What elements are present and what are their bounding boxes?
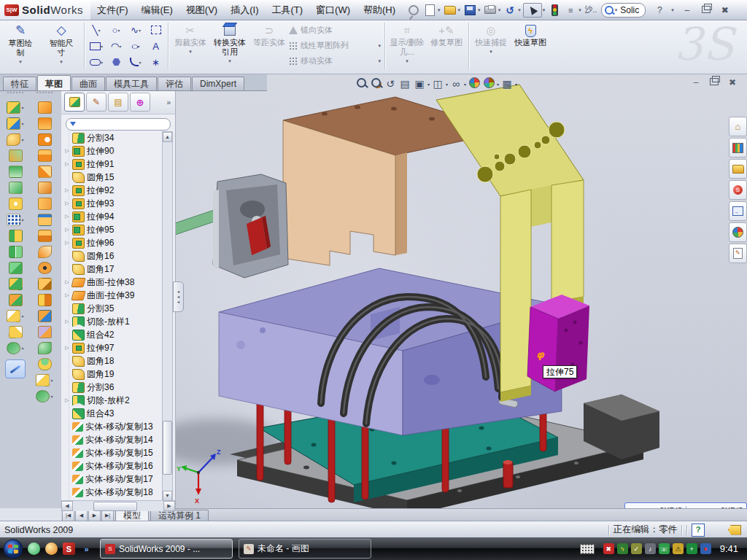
tree-vertical-scrollbar[interactable]: ▲ ▼ [162, 131, 173, 502]
quick-snaps-button[interactable]: ◎ 快速捕捉 ▾ [471, 20, 511, 73]
first-tab-button[interactable]: |◀ [62, 510, 74, 521]
tree-item[interactable]: ▷拉伸91 [61, 158, 162, 171]
dropdown-arrow-icon[interactable]: ▾ [21, 105, 23, 110]
search-input[interactable]: Solic [620, 5, 639, 15]
fillet-icon[interactable]: ▾ [7, 133, 23, 146]
feature-manager-tab[interactable] [64, 93, 85, 112]
point-icon[interactable]: ∗ [146, 54, 166, 70]
chevron-down-icon[interactable]: ▾ [60, 59, 63, 65]
chevron-down-icon[interactable]: ▾ [101, 60, 103, 65]
linear-pattern-icon[interactable]: ▾ [7, 213, 23, 226]
chevron-down-icon[interactable]: ▾ [578, 7, 581, 13]
tree-item[interactable]: 实体-移动/复制15 [61, 446, 162, 459]
design-library-icon[interactable] [729, 138, 747, 158]
display-style-icon[interactable]: ◫ [431, 78, 444, 90]
combine-bodies-icon[interactable] [9, 277, 23, 290]
tree-item[interactable]: ▷拉伸97 [61, 341, 162, 354]
sketch-fillet-icon[interactable]: ▾ [126, 54, 146, 70]
flatten-surface-icon[interactable] [38, 101, 52, 114]
tab-模具工具[interactable]: 模具工具 [106, 77, 157, 90]
menu-item[interactable]: 插入(I) [224, 1, 265, 20]
selection-box-icon[interactable] [146, 22, 166, 38]
menu-item[interactable]: 编辑(E) [135, 1, 179, 20]
chevron-down-icon[interactable]: ▾ [101, 44, 103, 49]
chevron-down-icon[interactable]: ▾ [119, 44, 121, 49]
offset-entities-button[interactable]: ⊃ 等距实体 [249, 20, 289, 73]
chevron-down-icon[interactable]: ▾ [19, 59, 22, 65]
menu-item[interactable]: 工具(T) [265, 1, 309, 20]
ellipse-icon[interactable]: ○▾ [126, 38, 146, 54]
tree-item[interactable]: 分割35 [61, 302, 162, 315]
core-icon[interactable] [38, 309, 52, 322]
chevron-down-icon[interactable]: ▾ [464, 82, 466, 87]
tree-item[interactable]: 组合43 [61, 407, 162, 420]
chevron-down-icon[interactable]: ▾ [543, 7, 546, 13]
cavity-icon[interactable] [38, 325, 52, 338]
expand-arrow-icon[interactable]: ▷ [64, 161, 70, 167]
solidworks-launcher-icon[interactable]: S [63, 542, 75, 555]
open-folder-icon[interactable] [443, 4, 457, 17]
security-shield-icon[interactable]: ϟ [617, 543, 628, 554]
menu-item[interactable]: 视图(V) [179, 1, 224, 20]
scroll-right-icon[interactable]: ▶ [163, 501, 175, 511]
expand-arrow-icon[interactable]: ▷ [64, 227, 70, 233]
polygon-icon[interactable] [107, 54, 126, 70]
move-copy-body-icon[interactable] [9, 293, 23, 306]
expand-arrow-icon[interactable]: ▷ [64, 214, 70, 219]
mold-fillet-icon[interactable] [38, 341, 52, 354]
tree-item[interactable]: ▷切除-放样2 [61, 394, 162, 407]
text-icon[interactable]: A [146, 38, 166, 54]
messenger-icon[interactable] [28, 542, 40, 555]
custom-properties-icon[interactable] [729, 244, 747, 263]
tree-filter-input[interactable] [66, 118, 171, 131]
chevron-down-icon[interactable]: ▾ [615, 7, 618, 13]
section-view-icon[interactable]: ▤ [398, 78, 411, 90]
scroll-left-icon[interactable]: ◀ [61, 501, 73, 511]
linear-sketch-pattern-button[interactable]: 线性草图阵列 ▾ [289, 38, 382, 53]
rectangle-icon[interactable]: ▾ [87, 38, 107, 54]
wireless-warning-icon[interactable]: ⚠ [673, 543, 684, 554]
thicken-icon[interactable] [38, 229, 52, 242]
arc-icon[interactable]: ◠▾ [107, 38, 126, 54]
appearances-scenes-icon[interactable] [729, 222, 747, 242]
close-button[interactable]: ✖ [719, 5, 732, 15]
scroll-down-icon[interactable]: ▼ [163, 491, 172, 501]
expand-arrow-icon[interactable]: ▷ [64, 292, 70, 298]
panel-splitter-handle[interactable]: ◂◂◂ [173, 281, 184, 312]
spline-icon[interactable]: ∿▾ [126, 22, 146, 38]
keyboard-icon[interactable] [580, 544, 595, 554]
property-manager-tab[interactable]: ✎ [86, 93, 107, 112]
tree-item[interactable]: 实体-移动/复制14 [61, 433, 162, 446]
extruded-boss-icon[interactable]: ▾ [7, 101, 23, 114]
file-explorer-icon[interactable] [729, 159, 747, 179]
expand-arrow-icon[interactable]: ▷ [64, 345, 70, 351]
expand-arrow-icon[interactable]: ▷ [64, 240, 70, 246]
browser-icon[interactable] [45, 542, 58, 555]
shut-off-surface-icon[interactable] [38, 261, 52, 274]
minimize-button[interactable]: – [681, 5, 694, 15]
split-body-icon[interactable] [9, 261, 23, 274]
helix-curve-icon[interactable]: ▾ [7, 341, 23, 354]
display-delete-relations-button[interactable]: ⌗ 显示/删除几... ▾ [387, 20, 427, 73]
solidworks-resources-icon[interactable]: ⌂ [729, 117, 747, 136]
chevron-down-icon[interactable]: ▾ [518, 7, 521, 13]
taskbar-button[interactable]: ✎未命名 - 画图 [239, 539, 371, 559]
previous-view-icon[interactable]: ↺ [384, 78, 397, 90]
parting-surface-icon[interactable] [38, 277, 52, 290]
print-icon[interactable] [483, 4, 498, 17]
start-button[interactable] [3, 539, 23, 559]
update-badge-icon[interactable]: ✓ [631, 543, 642, 554]
prev-tab-button[interactable]: ◀ [75, 510, 88, 521]
taskbar-button[interactable]: SSolidWorks 2009 - ... [100, 539, 233, 559]
planar-surface-icon[interactable] [38, 197, 52, 210]
hole-wizard-icon[interactable] [9, 197, 23, 210]
defender-plus-icon[interactable]: + [686, 543, 697, 554]
view-settings-icon[interactable]: ▦ [500, 78, 514, 90]
help-button[interactable]: ? [653, 5, 666, 15]
chevron-down-icon[interactable]: ▾ [458, 7, 461, 13]
insert-part-icon[interactable]: ▾ [7, 309, 23, 322]
menu-item[interactable]: 窗口(W) [309, 1, 357, 20]
dimxpert-manager-tab[interactable]: ⊕ [130, 93, 150, 112]
tag-icon[interactable] [728, 525, 741, 535]
tree-item[interactable]: ▷拉伸96 [61, 236, 162, 249]
